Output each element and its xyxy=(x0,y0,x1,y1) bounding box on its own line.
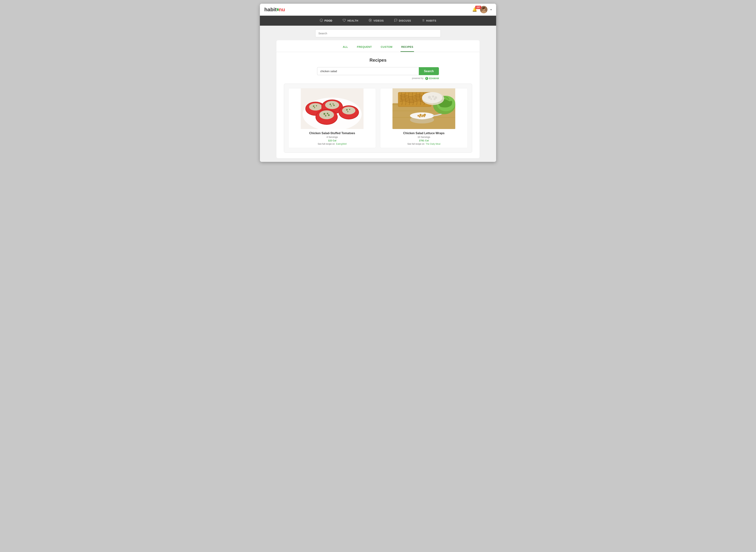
svg-point-23 xyxy=(316,105,317,106)
recipe-source-prefix-stuffed: See full recipe on xyxy=(318,143,335,145)
edamam-logo-icon: E xyxy=(425,77,428,80)
recipe-cal-wraps: 2781 Cal xyxy=(384,139,464,142)
recipes-grid: Chicken Salad-Stuffed Tomatoes 4 Serving… xyxy=(289,88,467,148)
recipe-image-stuffed xyxy=(289,89,375,129)
svg-point-69 xyxy=(434,98,436,100)
recipe-search-input[interactable] xyxy=(317,67,419,75)
svg-point-28 xyxy=(330,104,331,105)
health-icon xyxy=(342,19,346,23)
recipe-card-lettuce-wraps[interactable]: Chicken Salad Lettuce Wraps 10 Servings … xyxy=(380,88,467,148)
svg-point-38 xyxy=(328,114,330,116)
avatar[interactable] xyxy=(480,6,487,13)
nav-item-videos[interactable]: VIDEOS xyxy=(363,16,389,26)
svg-marker-10 xyxy=(370,20,371,21)
svg-point-57 xyxy=(421,116,423,117)
svg-point-66 xyxy=(432,96,434,98)
main-nav: FOOD HEALTH VIDEOS xyxy=(260,16,496,26)
recipe-info-wraps: Chicken Salad Lettuce Wraps 10 Servings … xyxy=(381,129,467,148)
recipe-servings-wraps: 10 Servings xyxy=(384,136,464,138)
nav-health-label: HEALTH xyxy=(347,19,358,22)
nav-item-discuss[interactable]: DISCUSS xyxy=(389,16,416,26)
edamam-label: EDAMAM xyxy=(429,77,439,80)
svg-point-37 xyxy=(325,115,326,117)
nav-item-habits[interactable]: HABITS xyxy=(416,16,442,26)
nav-videos-label: VIDEOS xyxy=(373,19,384,22)
recipe-info-stuffed: Chicken Salad-Stuffed Tomatoes 4 Serving… xyxy=(289,129,375,148)
food-icon xyxy=(320,19,323,23)
logo: habitnu xyxy=(264,7,285,13)
habits-icon xyxy=(421,19,425,23)
tab-all[interactable]: ALL xyxy=(342,44,349,52)
recipe-card-stuffed-tomatoes[interactable]: Chicken Salad-Stuffed Tomatoes 4 Serving… xyxy=(289,88,376,148)
tab-recipes[interactable]: RECIPES xyxy=(401,44,414,52)
svg-point-29 xyxy=(333,103,334,105)
edamam-badge: E EDAMAM xyxy=(425,77,439,80)
svg-point-35 xyxy=(324,113,325,115)
svg-point-58 xyxy=(423,115,425,117)
svg-point-42 xyxy=(346,109,348,111)
nav-food-label: FOOD xyxy=(324,19,332,22)
svg-point-30 xyxy=(331,105,332,107)
svg-point-36 xyxy=(327,113,328,114)
avatar-chevron-icon[interactable]: ▾ xyxy=(490,8,492,11)
svg-point-5 xyxy=(484,7,485,9)
recipes-title: Recipes xyxy=(284,57,472,63)
recipe-source-prefix-wraps: See full recipe on xyxy=(407,143,425,145)
svg-point-41 xyxy=(342,107,355,114)
recipe-search-button[interactable]: Search xyxy=(419,67,439,75)
svg-point-31 xyxy=(333,105,335,106)
nav-item-food[interactable]: FOOD xyxy=(314,16,337,26)
tab-frequent[interactable]: FREQUENT xyxy=(356,44,372,52)
logo-nu: nu xyxy=(279,7,285,12)
notification-bell[interactable]: 🔔 157 xyxy=(472,7,477,12)
svg-point-27 xyxy=(325,101,339,109)
svg-point-65 xyxy=(428,96,431,99)
avatar-image xyxy=(480,6,487,13)
nav-item-health[interactable]: HEALTH xyxy=(337,16,363,26)
svg-point-56 xyxy=(419,116,421,118)
recipe-source-link-wraps[interactable]: The Daily Meal xyxy=(426,143,440,145)
notification-count: 157 xyxy=(475,6,481,9)
svg-point-22 xyxy=(313,105,314,107)
app-window: habitnu 🔔 157 ▾ xyxy=(260,4,496,162)
svg-point-68 xyxy=(430,98,432,100)
top-search-input[interactable] xyxy=(315,29,441,37)
nav-discuss-label: DISCUSS xyxy=(399,19,411,22)
powered-by: powered by E EDAMAM xyxy=(317,77,439,80)
recipe-search-bar: Search xyxy=(317,67,439,75)
videos-icon xyxy=(368,19,372,23)
recipe-name-stuffed: Chicken Salad-Stuffed Tomatoes xyxy=(292,132,372,135)
discuss-icon xyxy=(394,19,398,23)
recipe-source-link-stuffed[interactable]: EatingWell xyxy=(336,143,347,145)
tab-custom[interactable]: CUSTOM xyxy=(380,44,393,52)
svg-point-24 xyxy=(314,107,315,108)
svg-point-64 xyxy=(422,92,442,103)
tab-bar: ALL FREQUENT CUSTOM RECIPES xyxy=(277,40,479,52)
header: habitnu 🔔 157 ▾ xyxy=(260,4,496,16)
recipe-cal-stuffed: 122 Cal xyxy=(292,139,372,142)
recipe-image-wraps xyxy=(381,89,467,129)
main-content: ALL FREQUENT CUSTOM RECIPES Recipes Sear… xyxy=(260,26,496,162)
recipe-name-wraps: Chicken Salad Lettuce Wraps xyxy=(384,132,464,135)
svg-point-21 xyxy=(309,103,322,111)
svg-point-44 xyxy=(347,111,348,112)
logo-habit: habit xyxy=(264,7,277,12)
nav-habits-label: HABITS xyxy=(426,19,436,22)
recipe-source-wraps: See full recipe on The Daily Meal xyxy=(384,143,464,145)
recipe-source-stuffed: See full recipe on EatingWell xyxy=(292,143,372,145)
svg-point-6 xyxy=(320,19,323,22)
svg-point-34 xyxy=(319,110,334,119)
powered-by-label: powered by xyxy=(412,77,423,80)
header-actions: 🔔 157 ▾ xyxy=(472,6,492,13)
svg-point-43 xyxy=(349,109,350,110)
recipes-section: Recipes Search powered by E EDAMAM xyxy=(277,52,479,158)
recipe-servings-stuffed: 4 Servings xyxy=(292,136,372,138)
top-search-container xyxy=(315,29,441,37)
content-card: ALL FREQUENT CUSTOM RECIPES Recipes Sear… xyxy=(277,40,479,158)
results-container: Chicken Salad-Stuffed Tomatoes 4 Serving… xyxy=(284,84,472,153)
